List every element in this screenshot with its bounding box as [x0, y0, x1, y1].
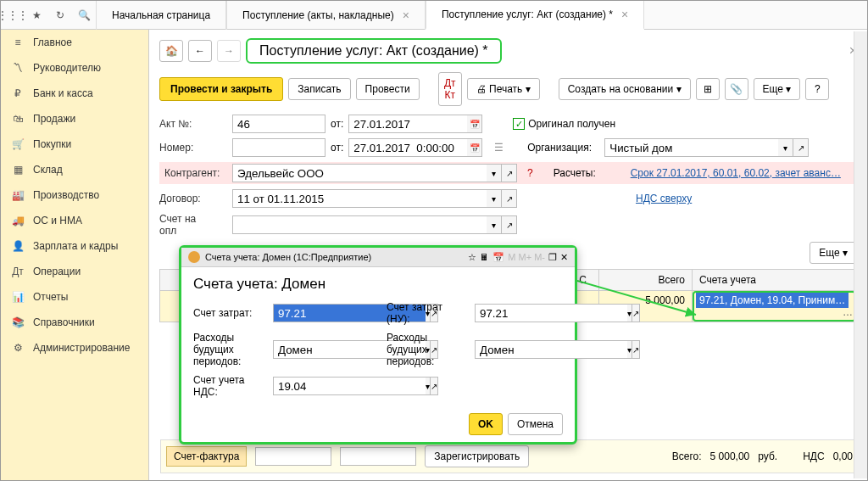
close-icon[interactable]: × — [403, 8, 409, 22]
cal-icon[interactable]: 📅 — [492, 252, 504, 263]
bag-icon: 🛍 — [11, 113, 25, 125]
number-input[interactable] — [232, 138, 326, 157]
print-button[interactable]: 🖨 Печать ▾ — [467, 78, 540, 100]
calendar-icon[interactable]: 📅 — [467, 138, 482, 157]
calc-link[interactable]: Срок 27.01.2017, 60.01, 60.02, зачет ава… — [631, 167, 841, 179]
fav-icon[interactable]: ☆ — [468, 252, 476, 263]
open-icon[interactable]: ↗ — [793, 138, 809, 157]
save-button[interactable]: Записать — [288, 78, 350, 100]
vat-link[interactable]: НДС сверху — [636, 193, 692, 204]
page-title: Поступление услуг: Акт (создание) * — [246, 38, 502, 64]
menu-icon: ≡ — [11, 36, 25, 48]
tab-receipts[interactable]: Поступление (акты, накладные)× — [226, 1, 426, 30]
search-icon[interactable]: 🔍 — [72, 3, 96, 27]
attach-button[interactable]: 📎 — [725, 78, 748, 100]
forward-button[interactable]: → — [217, 40, 241, 62]
close-icon[interactable]: × — [621, 8, 628, 21]
tab-home[interactable]: Начальная страница — [96, 1, 226, 30]
dropdown-icon[interactable]: ▾ — [778, 138, 793, 157]
app-icon — [188, 251, 200, 263]
home-button[interactable]: 🏠 — [159, 40, 183, 62]
org-label: Организация: — [527, 142, 599, 154]
truck-icon: 🚚 — [11, 215, 25, 227]
sidebar-item-assets[interactable]: 🚚ОС и НМА — [1, 208, 148, 233]
ruble-icon: ₽ — [11, 87, 25, 99]
dropdown-icon[interactable]: ▾ — [487, 215, 502, 234]
open-icon[interactable]: ↗ — [502, 164, 517, 182]
dialog-title: Счета учета: Домен — [193, 276, 563, 293]
help-button[interactable]: ? — [805, 78, 829, 100]
org-input[interactable] — [604, 138, 778, 157]
original-received-checkbox[interactable]: ✓Оригинал получен — [513, 118, 615, 130]
window-icon[interactable]: ❐ — [548, 252, 557, 263]
invoice-no-input[interactable] — [255, 447, 331, 466]
sidebar-item-warehouse[interactable]: ▦Склад — [1, 157, 148, 182]
ok-button[interactable]: OK — [469, 413, 503, 435]
contract-input[interactable] — [232, 189, 487, 208]
open-icon[interactable]: ↗ — [632, 340, 640, 359]
related-button[interactable]: ⊞ — [696, 78, 720, 100]
open-icon[interactable]: ↗ — [632, 304, 640, 322]
payacct-input[interactable] — [232, 215, 487, 234]
open-icon[interactable]: ↗ — [502, 215, 517, 234]
dropdown-icon[interactable]: ▾ — [487, 164, 502, 182]
dropdown-icon[interactable]: ▾ — [487, 189, 502, 208]
sidebar-item-directories[interactable]: 📚Справочники — [1, 310, 148, 335]
m-icon: M M+ M- — [508, 252, 545, 263]
rbp2-input[interactable] — [475, 340, 627, 359]
cost-acct-nu-input[interactable] — [475, 304, 627, 322]
open-icon[interactable]: ↗ — [502, 189, 517, 208]
sidebar-item-reports[interactable]: 📊Отчеты — [1, 284, 148, 310]
payacct-label: Счет на опл — [159, 213, 227, 237]
cell-accounts[interactable]: 97.21, Домен, 19.04, Приним… … — [693, 291, 856, 322]
col-accounts: Счета учета — [693, 270, 856, 290]
sidebar-item-bank[interactable]: ₽Банк и касса — [1, 81, 148, 106]
sidebar-item-sales[interactable]: 🛍Продажи — [1, 106, 148, 131]
act-no-label: Акт №: — [159, 118, 227, 130]
back-button[interactable]: ← — [188, 40, 212, 62]
invoice-date-input[interactable] — [340, 447, 416, 466]
apps-icon[interactable]: ⋮⋮⋮ — [1, 3, 25, 27]
bottom-summary-bar: Счет-фактура Зарегистрировать Всего: 5 0… — [160, 439, 859, 473]
help-counterparty-icon[interactable]: ? — [527, 167, 533, 179]
dtkt-button[interactable]: ДтКт — [438, 72, 462, 106]
sidebar-item-admin[interactable]: ⚙Администрирование — [1, 335, 148, 361]
calendar-icon[interactable]: 📅 — [467, 115, 482, 133]
table-more-button[interactable]: Еще ▾ — [810, 242, 857, 264]
vat-value: 0,00 — [833, 450, 853, 462]
sidebar-item-production[interactable]: 🏭Производство — [1, 182, 148, 208]
history-icon[interactable]: ↻ — [48, 3, 72, 27]
bars-icon: 📊 — [11, 291, 25, 303]
edit-icon[interactable]: ☰ — [494, 142, 504, 154]
dialog-titlebar[interactable]: Счета учета: Домен (1С:Предприятие) ☆ 🖩 … — [181, 248, 575, 267]
sidebar-item-purchases[interactable]: 🛒Покупки — [1, 131, 148, 157]
tab-current[interactable]: Поступление услуг: Акт (создание) *× — [426, 1, 644, 30]
invoice-label: Счет-фактура — [166, 446, 247, 467]
number-label: Номер: — [159, 142, 227, 154]
cancel-button[interactable]: Отмена — [508, 413, 563, 435]
more-button[interactable]: Еще ▾ — [754, 78, 801, 100]
post-button[interactable]: Провести — [356, 78, 420, 100]
create-based-button[interactable]: Создать на основании ▾ — [559, 78, 691, 100]
number-date-label: от: — [331, 142, 343, 154]
rbp-label: Расходы будущих периодов: — [193, 332, 261, 367]
register-button[interactable]: Зарегистрировать — [425, 445, 529, 467]
vat-acct-input[interactable] — [273, 377, 426, 395]
post-and-close-button[interactable]: Провести и закрыть — [159, 77, 283, 101]
scrollbar[interactable] — [854, 31, 867, 478]
rbp2-label: Расходы будущих периодов: — [387, 332, 463, 367]
number-date-input[interactable] — [348, 138, 467, 157]
calc-icon[interactable]: 🖩 — [480, 252, 489, 263]
sidebar-item-main[interactable]: ≡Главное — [1, 30, 148, 55]
open-icon[interactable]: ↗ — [431, 377, 438, 395]
sidebar-item-salary[interactable]: 👤Зарплата и кадры — [1, 233, 148, 259]
sidebar: ≡Главное 〽Руководителю ₽Банк и касса 🛍Пр… — [1, 30, 149, 480]
counterparty-input[interactable] — [232, 164, 487, 182]
act-date-input[interactable] — [348, 115, 467, 133]
star-icon[interactable]: ★ — [25, 3, 48, 27]
sidebar-item-operations[interactable]: ДтОперации — [1, 259, 148, 284]
act-no-input[interactable] — [232, 115, 326, 133]
person-icon: 👤 — [11, 240, 25, 252]
close-dialog-icon[interactable]: ✕ — [560, 252, 568, 263]
sidebar-item-manager[interactable]: 〽Руководителю — [1, 55, 148, 81]
